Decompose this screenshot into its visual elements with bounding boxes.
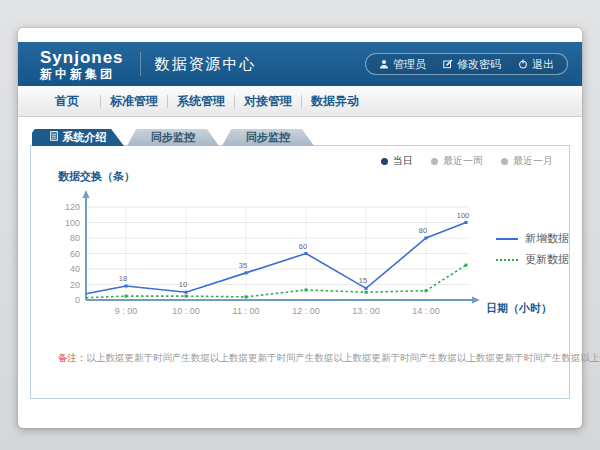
svg-text:18: 18 (119, 274, 127, 283)
change-password-button[interactable]: 修改密码 (443, 57, 501, 72)
edit-icon (443, 59, 453, 69)
desktop-background: Synjones 新中新集团 数据资源中心 管理员 修改密码 退出 (0, 0, 600, 450)
logo-subtitle: 新中新集团 (40, 68, 124, 80)
user-menu: 管理员 修改密码 退出 (365, 53, 568, 75)
x-axis-title: 日期（小时） (486, 301, 552, 316)
green-dotted-line-icon (496, 259, 518, 261)
legend-item-new-data: 新增数据 (496, 228, 569, 249)
footnote: 备注：以上数据更新于时间产生数据以上数据更新于时间产生数据以上数据更新于时间产生… (58, 352, 600, 365)
radio-dot-icon (381, 158, 388, 165)
svg-text:20: 20 (70, 280, 80, 290)
svg-text:12 : 00: 12 : 00 (292, 306, 320, 316)
username-label: 管理员 (393, 57, 426, 72)
nav-item-home[interactable]: 首页 (34, 93, 100, 110)
time-range-filter: 当日 最近一周 最近一月 (381, 154, 553, 168)
legend-item-updated-data: 更新数据 (496, 249, 569, 270)
current-user-button[interactable]: 管理员 (379, 57, 426, 72)
tab-bar: 系统介绍 同步监控 同步监控 (32, 129, 314, 146)
chart-legend: 新增数据 更新数据 (496, 228, 569, 270)
filter-label: 最近一周 (443, 154, 483, 168)
svg-text:0: 0 (75, 295, 80, 305)
svg-text:80: 80 (70, 233, 80, 243)
logout-button[interactable]: 退出 (518, 57, 554, 72)
blue-line-icon (496, 238, 518, 240)
svg-text:35: 35 (239, 261, 247, 270)
svg-text:60: 60 (70, 249, 80, 259)
change-password-label: 修改密码 (457, 57, 501, 72)
svg-text:40: 40 (70, 264, 80, 274)
svg-text:14 : 00: 14 : 00 (412, 306, 440, 316)
svg-text:100: 100 (65, 218, 80, 228)
svg-text:60: 60 (299, 242, 307, 251)
line-chart: 0204060801001209 : 0010 : 0011 : 0012 : … (46, 182, 486, 330)
svg-text:10 : 00: 10 : 00 (172, 306, 200, 316)
tab-system-intro[interactable]: 系统介绍 (32, 129, 124, 146)
app-header: Synjones 新中新集团 数据资源中心 管理员 修改密码 退出 (18, 42, 582, 86)
footnote-text: 以上数据更新于时间产生数据以上数据更新于时间产生数据以上数据更新于时间产生数据以… (87, 352, 600, 363)
tab-sync-monitor-2[interactable]: 同步监控 (222, 129, 314, 146)
logo-title: Synjones (40, 49, 124, 66)
filter-label: 当日 (393, 154, 413, 168)
nav-item-interface-mgmt[interactable]: 对接管理 (235, 93, 301, 110)
tab-sync-monitor-1[interactable]: 同步监控 (127, 129, 219, 146)
content-panel: 当日 最近一周 最近一月 数据交换（条） 0204060801001209 : … (30, 145, 570, 399)
svg-text:120: 120 (65, 202, 80, 212)
tab-label: 系统介绍 (63, 129, 107, 146)
power-icon (518, 59, 528, 69)
radio-dot-icon (431, 158, 438, 165)
filter-last-month[interactable]: 最近一月 (501, 154, 553, 168)
document-icon (50, 129, 58, 146)
company-logo: Synjones 新中新集团 (40, 49, 124, 80)
svg-text:9 : 00: 9 : 00 (115, 306, 138, 316)
legend-label: 新增数据 (525, 231, 569, 246)
main-nav: 首页 标准管理 系统管理 对接管理 数据异动 (18, 86, 582, 117)
svg-text:11 : 00: 11 : 00 (233, 306, 260, 316)
nav-item-system-mgmt[interactable]: 系统管理 (168, 93, 234, 110)
logout-label: 退出 (532, 57, 554, 72)
app-window: Synjones 新中新集团 数据资源中心 管理员 修改密码 退出 (18, 28, 582, 428)
nav-item-standard-mgmt[interactable]: 标准管理 (101, 93, 167, 110)
nav-item-data-change[interactable]: 数据异动 (302, 93, 368, 110)
svg-text:13 : 00: 13 : 00 (352, 306, 380, 316)
header-divider (140, 52, 141, 76)
filter-last-week[interactable]: 最近一周 (431, 154, 483, 168)
footnote-label: 备注： (58, 352, 87, 363)
filter-label: 最近一月 (513, 154, 553, 168)
page-title: 数据资源中心 (155, 55, 257, 74)
svg-text:10: 10 (179, 280, 187, 289)
filter-today[interactable]: 当日 (381, 154, 413, 168)
svg-text:80: 80 (419, 226, 427, 235)
radio-dot-icon (501, 158, 508, 165)
svg-text:100: 100 (457, 211, 470, 220)
svg-text:15: 15 (359, 276, 367, 285)
user-icon (379, 59, 389, 69)
legend-label: 更新数据 (525, 252, 569, 267)
